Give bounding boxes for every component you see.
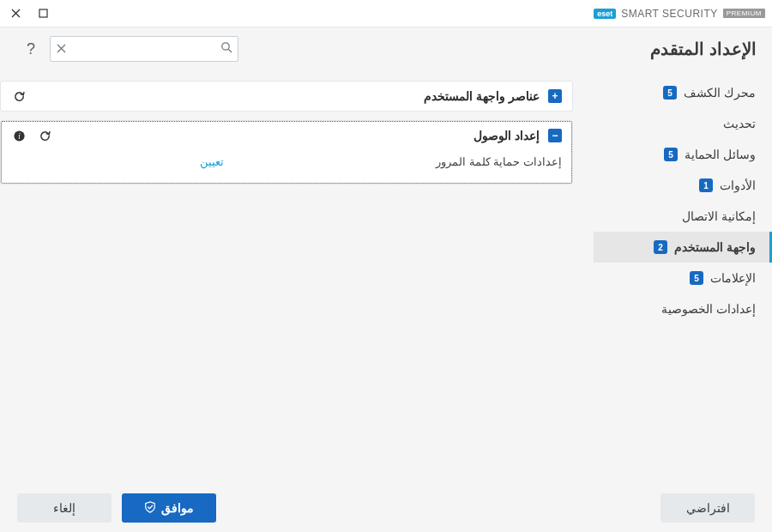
svg-text:i: i [18,131,21,140]
reset-icon[interactable] [11,88,27,104]
close-icon[interactable] [7,5,24,22]
svg-point-1 [222,43,229,50]
brand-premium: PREMIUM [723,9,765,18]
button-label: إلغاء [53,501,75,515]
set-password-link[interactable]: تعيين [200,155,224,168]
brand: eset SMART SECURITY PREMIUM [594,8,765,20]
panel-access-setup: − إعداد الوصول i إعدادات حماية كلمة المر… [0,120,573,184]
svg-line-2 [228,49,232,52]
button-label: موافق [161,501,194,515]
cancel-button[interactable]: إلغاء [17,493,112,523]
setting-label: إعدادات حماية كلمة المرور [436,155,562,168]
sidebar-badge: 5 [663,86,677,100]
footer: افتراضي موافق إلغاء [0,484,772,532]
panel-body: إعدادات حماية كلمة المرور تعيين [1,150,572,184]
sidebar-item-label: الإعلامات [710,271,756,285]
panel-ui-elements: + عناصر واجهة المستخدم [0,81,573,112]
sidebar-item-tools[interactable]: الأدوات 1 [594,170,772,201]
help-icon[interactable]: ? [21,40,41,58]
setting-row-password-protection: إعدادات حماية كلمة المرور تعيين [11,150,562,173]
sidebar-item-privacy-settings[interactable]: إعدادات الخصوصية [594,293,772,324]
search-icon[interactable] [220,41,232,57]
header: الإعداد المتقدم ? [0,27,772,70]
sidebar-badge: 5 [690,271,703,285]
search-input[interactable] [66,43,220,56]
sidebar-badge: 2 [654,240,667,254]
sidebar-item-label: الأدوات [720,178,756,192]
sidebar-item-notifications[interactable]: الإعلامات 5 [594,263,772,293]
expand-icon[interactable]: + [548,89,562,103]
maximize-icon[interactable] [34,5,51,22]
ok-button[interactable]: موافق [122,493,216,523]
brand-badge: eset [594,9,616,19]
sidebar: محرك الكشف 5 تحديث وسائل الحماية 5 الأدو… [594,70,772,484]
brand-text: SMART SECURITY [621,8,718,20]
button-label: افتراضي [686,501,730,515]
sidebar-item-protections[interactable]: وسائل الحماية 5 [594,139,772,170]
sidebar-item-update[interactable]: تحديث [594,108,772,139]
panel-title: إعداد الوصول [473,129,540,142]
body: محرك الكشف 5 تحديث وسائل الحماية 5 الأدو… [0,70,772,484]
sidebar-item-label: واجهة المستخدم [674,240,756,254]
page-title: الإعداد المتقدم [650,39,757,59]
collapse-icon[interactable]: − [548,129,562,142]
svg-rect-0 [39,9,47,17]
titlebar: eset SMART SECURITY PREMIUM [0,0,772,27]
sidebar-item-label: وسائل الحماية [685,148,756,161]
clear-search-icon[interactable] [56,41,66,57]
shield-icon [144,501,156,516]
sidebar-badge: 1 [699,178,713,192]
sidebar-badge: 5 [664,148,678,161]
sidebar-item-label: محرك الكشف [684,86,756,100]
panel-title: عناصر واجهة المستخدم [424,89,540,103]
panel-header-ui-elements[interactable]: + عناصر واجهة المستخدم [1,82,572,111]
sidebar-item-label: إعدادات الخصوصية [661,302,756,316]
sidebar-item-detection-engine[interactable]: محرك الكشف 5 [594,77,772,108]
search-input-wrap[interactable] [50,36,238,62]
sidebar-item-user-interface[interactable]: واجهة المستخدم 2 [594,232,772,263]
panel-header-access-setup[interactable]: − إعداد الوصول i [1,121,572,150]
default-button[interactable]: افتراضي [660,493,755,523]
info-icon[interactable]: i [11,128,27,143]
sidebar-item-label: إمكانية الاتصال [682,209,756,223]
sidebar-item-connectivity[interactable]: إمكانية الاتصال [594,201,772,232]
sidebar-item-label: تحديث [723,117,756,130]
reset-icon[interactable] [37,128,52,143]
content: + عناصر واجهة المستخدم − إعداد الوصول [0,70,594,484]
